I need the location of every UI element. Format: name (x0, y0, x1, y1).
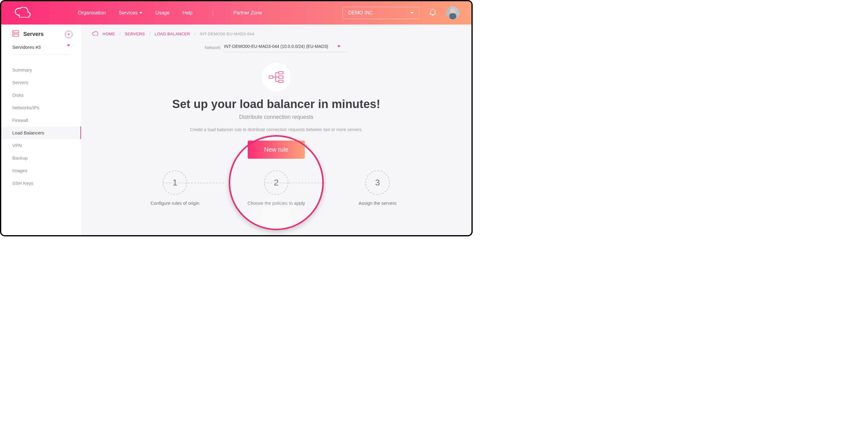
step-1: 1Configure rules of origin (141, 171, 209, 206)
chevron-down-icon (410, 12, 413, 14)
sidebar-item-servers[interactable]: Servers (1, 76, 81, 89)
svg-rect-3 (446, 6, 450, 19)
svg-point-7 (13, 35, 14, 36)
steps-connector (163, 183, 224, 183)
step-label: Configure rules of origin (141, 201, 209, 206)
org-selector-label: DEMO INC (348, 10, 373, 16)
sidebar: Servers + Servidores #3 SummaryServersDi… (1, 25, 81, 235)
svg-point-6 (13, 32, 14, 32)
sidebar-item-images[interactable]: Images (1, 164, 81, 177)
nav-usage[interactable]: Usage (155, 9, 169, 16)
nav-services-label: Services (119, 10, 137, 16)
nav-help[interactable]: Help (182, 9, 192, 16)
network-label: Network (205, 45, 220, 50)
chevron-down-icon (337, 45, 340, 47)
sidebar-group[interactable]: Servidores #3 (12, 44, 70, 54)
svg-rect-8 (269, 76, 273, 78)
add-button[interactable]: + (65, 31, 72, 38)
breadcrumb-current: INT-DEMO00-EU-MAD3-044 (200, 32, 254, 36)
chevron-down-icon (140, 12, 143, 14)
server-icon (12, 30, 19, 38)
org-selector[interactable]: DEMO INC (343, 7, 419, 19)
sidebar-item-backup[interactable]: Backup (1, 152, 81, 164)
breadcrumb-sep: / (194, 32, 195, 36)
sidebar-item-summary[interactable]: Summary (1, 64, 81, 76)
logo[interactable] (13, 7, 32, 19)
nav-partner-zone[interactable]: Partner Zone (233, 9, 262, 16)
step-3: 3Assign the servers (344, 171, 411, 206)
step-number: 3 (365, 171, 390, 195)
breadcrumb-servers[interactable]: SERVERS (125, 32, 145, 36)
breadcrumb-sep: / (119, 32, 121, 36)
cloud-icon (92, 31, 98, 36)
chevron-down-icon (67, 44, 70, 47)
new-rule-button[interactable]: New rule (248, 141, 305, 159)
breadcrumb-sep: / (149, 32, 150, 36)
top-nav: Organisation Services Usage Help Partner… (1, 1, 471, 25)
breadcrumb-load-balancer[interactable]: LOAD BALANCER (155, 32, 190, 36)
hero-subtitle: Distribute connection requests (92, 114, 460, 120)
load-balancer-icon (262, 63, 291, 91)
breadcrumb: HOME / SERVERS / LOAD BALANCER / INT-DEM… (92, 31, 460, 36)
nav-organisation[interactable]: Organisation (78, 9, 106, 16)
network-selector[interactable]: INT-DEMO00-EU-MAD3-044 (10.0.0.0/24) (EU… (223, 43, 348, 52)
sidebar-item-ssh-keys[interactable]: SSH Keys (1, 177, 81, 189)
sidebar-title: Servers (23, 31, 43, 37)
sidebar-item-vpn[interactable]: VPN (1, 139, 81, 152)
svg-rect-2 (449, 13, 456, 19)
notifications-button[interactable] (430, 9, 436, 17)
avatar[interactable] (446, 6, 459, 19)
svg-rect-9 (279, 71, 283, 74)
svg-rect-11 (279, 80, 283, 83)
step-2: 2Choose the policies to apply (243, 171, 310, 206)
svg-point-1 (450, 9, 455, 13)
hero-title: Set up your load balancer in minutes! (92, 98, 460, 111)
sidebar-item-firewall[interactable]: Firewall (1, 114, 81, 126)
main-content: HOME / SERVERS / LOAD BALANCER / INT-DEM… (81, 25, 471, 235)
step-label: Assign the servers (344, 201, 411, 206)
sidebar-item-load-balancers[interactable]: Load Balancers (1, 126, 81, 139)
sidebar-item-networks-ips[interactable]: Networks/IPs (1, 101, 81, 114)
svg-rect-10 (279, 76, 283, 78)
steps-connector (264, 183, 326, 183)
breadcrumb-home[interactable]: HOME (102, 32, 115, 36)
hero-description: Create a load balancer rule to distribut… (92, 127, 460, 132)
nav-divider (213, 9, 213, 16)
nav-services[interactable]: Services (119, 9, 143, 16)
sidebar-item-disks[interactable]: Disks (1, 89, 81, 101)
sidebar-group-label: Servidores #3 (12, 44, 41, 50)
network-selector-value: INT-DEMO00-EU-MAD3-044 (10.0.0.0/24) (EU… (224, 44, 328, 49)
step-label: Choose the policies to apply (243, 201, 310, 206)
